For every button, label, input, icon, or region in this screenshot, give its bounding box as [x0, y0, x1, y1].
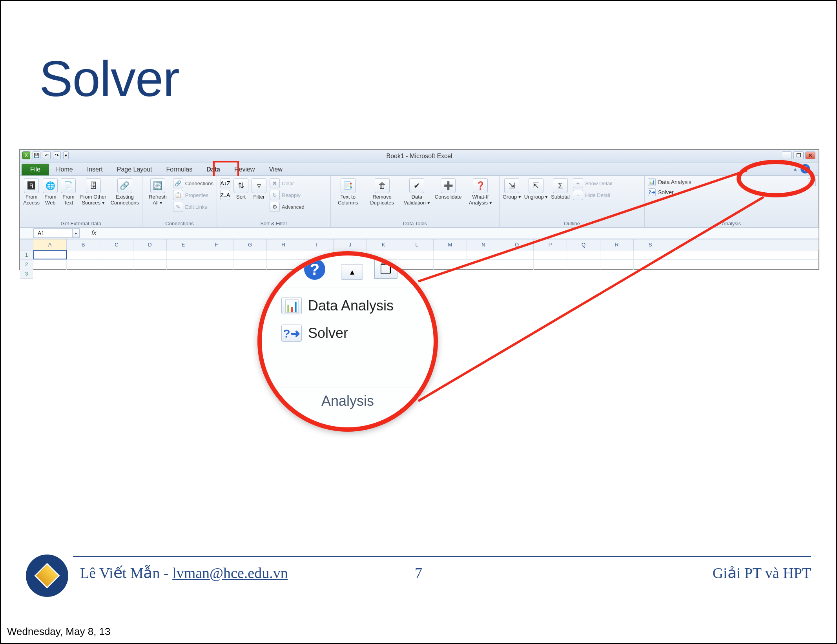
from-other-sources-button[interactable]: 🗄From Other Sources ▾ [79, 178, 107, 206]
collapse-ribbon-icon[interactable]: ▴ [794, 166, 797, 172]
cell[interactable] [634, 260, 667, 269]
row-header-1[interactable]: 1 [20, 250, 33, 260]
from-access-button[interactable]: 🅰From Access [23, 178, 40, 206]
existing-connections-button[interactable]: 🔗Existing Connections [111, 178, 139, 206]
col-header[interactable]: M [434, 239, 467, 250]
cell[interactable] [67, 260, 100, 269]
reapply-button[interactable]: ↻Reapply [270, 190, 305, 200]
row-header-2[interactable]: 2 [20, 260, 33, 269]
properties-button[interactable]: 📋Properties [173, 190, 213, 200]
fx-label[interactable]: fx [91, 230, 96, 237]
cell[interactable] [200, 269, 233, 270]
cell[interactable] [133, 260, 167, 269]
tab-view[interactable]: View [262, 164, 289, 175]
cell[interactable] [400, 260, 434, 269]
col-header[interactable]: F [200, 239, 233, 250]
restore-button[interactable]: ❐ [793, 151, 804, 159]
cell[interactable] [100, 250, 133, 259]
hide-detail-button[interactable]: −Hide Detail [573, 190, 612, 200]
from-text-button[interactable]: 📄From Text [61, 178, 76, 206]
ribbon-scroll-down-icon[interactable]: ▾ [808, 178, 816, 186]
col-header[interactable]: C [100, 239, 133, 250]
cell[interactable] [100, 260, 133, 269]
cell[interactable] [567, 269, 600, 270]
cell[interactable] [200, 260, 233, 269]
group-button[interactable]: ⇲Group ▾ [503, 178, 521, 200]
col-header[interactable]: K [367, 239, 400, 250]
redo-icon[interactable]: ↷ [53, 151, 61, 159]
cell[interactable] [600, 260, 634, 269]
minimize-button[interactable]: — [782, 151, 792, 159]
cell[interactable] [500, 250, 534, 259]
tab-data[interactable]: Data [199, 164, 227, 175]
tab-home[interactable]: Home [49, 164, 80, 175]
cell[interactable] [600, 250, 634, 259]
consolidate-button[interactable]: ➕Consolidate [435, 178, 462, 200]
cell[interactable] [233, 250, 267, 259]
cell[interactable] [634, 250, 667, 259]
col-header[interactable]: N [467, 239, 500, 250]
col-header[interactable]: R [600, 239, 634, 250]
cell[interactable] [634, 269, 667, 270]
cell[interactable] [467, 260, 500, 269]
cell[interactable] [233, 269, 267, 270]
refresh-all-button[interactable]: 🔄Refresh All ▾ [146, 178, 170, 206]
cell[interactable] [400, 269, 434, 270]
cell[interactable] [100, 269, 133, 270]
cell[interactable] [267, 250, 300, 259]
solver-button[interactable]: ?➜Solver [648, 188, 691, 196]
tab-formulas[interactable]: Formulas [159, 164, 200, 175]
qat-dropdown-icon[interactable]: ▾ [63, 151, 69, 159]
remove-duplicates-button[interactable]: 🗑Remove Duplicates [365, 178, 399, 206]
advanced-button[interactable]: ⚙Advanced [270, 202, 305, 212]
cell[interactable] [167, 260, 200, 269]
cell[interactable] [133, 269, 167, 270]
cell[interactable] [534, 269, 567, 270]
col-header[interactable]: B [67, 239, 100, 250]
cell[interactable] [534, 250, 567, 259]
from-web-button[interactable]: 🌐From Web [43, 178, 58, 206]
what-if-button[interactable]: ❓What-If Analysis ▾ [465, 178, 496, 206]
help-icon[interactable]: ? [801, 164, 810, 173]
cell[interactable] [600, 269, 634, 270]
clear-button[interactable]: ✖Clear [270, 178, 305, 188]
cell[interactable] [200, 250, 233, 259]
cell[interactable] [500, 269, 534, 270]
sort-desc-button[interactable]: Z↓A [220, 190, 230, 200]
col-header[interactable]: E [167, 239, 200, 250]
tab-review[interactable]: Review [227, 164, 262, 175]
cell[interactable] [33, 269, 67, 270]
name-box-dropdown[interactable]: ▾ [73, 228, 80, 238]
cell[interactable] [167, 250, 200, 259]
cell[interactable] [400, 250, 434, 259]
col-header[interactable]: Q [567, 239, 600, 250]
connections-button[interactable]: 🔗Connections [173, 178, 213, 188]
zoom-solver-button[interactable]: ?➜ Solver [281, 325, 348, 342]
tab-page-layout[interactable]: Page Layout [110, 164, 159, 175]
subtotal-button[interactable]: ΣSubtotal [551, 178, 570, 200]
cell-a1[interactable] [33, 250, 67, 259]
file-tab[interactable]: File [22, 164, 49, 175]
data-validation-button[interactable]: ✔Data Validation ▾ [402, 178, 432, 206]
col-header[interactable]: L [400, 239, 434, 250]
col-header[interactable]: J [334, 239, 367, 250]
select-all-corner[interactable] [20, 239, 33, 250]
cell[interactable] [534, 260, 567, 269]
cell[interactable] [500, 260, 534, 269]
save-icon[interactable]: 💾 [33, 151, 40, 159]
cell[interactable] [33, 260, 67, 269]
col-header[interactable]: S [634, 239, 667, 250]
col-header[interactable]: O [500, 239, 534, 250]
data-analysis-button[interactable]: 📊Data Analysis [648, 178, 691, 186]
ungroup-button[interactable]: ⇱Ungroup ▾ [524, 178, 548, 200]
edit-links-button[interactable]: ✎Edit Links [173, 202, 213, 212]
col-header[interactable]: D [133, 239, 167, 250]
cell[interactable] [233, 260, 267, 269]
cell[interactable] [133, 250, 167, 259]
cell[interactable] [434, 269, 467, 270]
tab-insert[interactable]: Insert [80, 164, 110, 175]
zoom-data-analysis-button[interactable]: 📊 Data Analysis [281, 297, 394, 314]
cell[interactable] [567, 250, 600, 259]
text-to-columns-button[interactable]: 📑Text to Columns [334, 178, 362, 206]
excel-icon[interactable]: X [22, 151, 30, 159]
